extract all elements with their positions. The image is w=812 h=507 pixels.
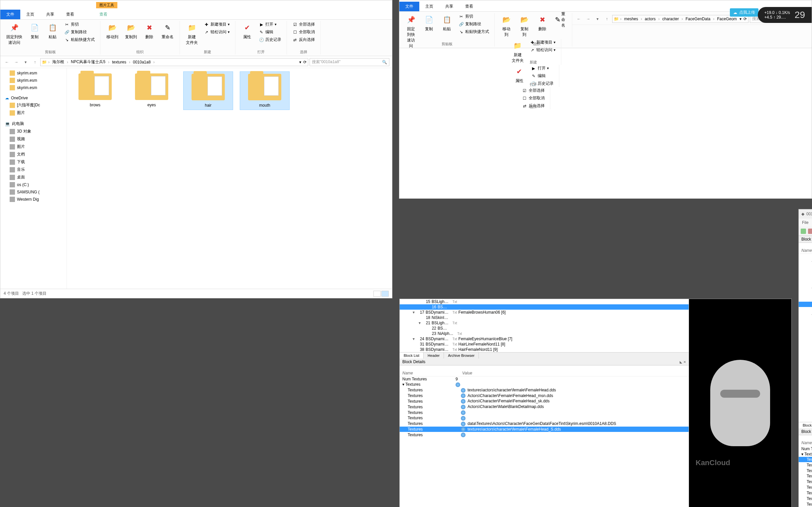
- icons-view-icon[interactable]: [382, 291, 389, 297]
- tree-row[interactable]: 39BSDis…: [799, 291, 812, 296]
- sidebar-item[interactable]: SAMSUNG (: [0, 188, 66, 196]
- tab-share[interactable]: 共享: [40, 10, 60, 19]
- block-tree[interactable]: 15BSLigh…Txt16BS…▾17BSDynami…TxtFemaleBr…: [400, 299, 689, 352]
- new-item-button[interactable]: ✚新建项目 ▾: [202, 21, 232, 28]
- sidebar-item[interactable]: skyrim.esm: [0, 69, 66, 77]
- bc-seg[interactable]: FaceGenData: [684, 17, 712, 21]
- detail-row[interactable]: Textures: [400, 432, 689, 438]
- tree-row[interactable]: 43BS…: [799, 302, 812, 307]
- tree-row[interactable]: 31BSDynami…TxtHairLineFemaleNord11 [8]: [400, 342, 689, 347]
- tree-row[interactable]: 46BSDis…: [799, 318, 812, 323]
- select-none-button[interactable]: ☐全部取消: [290, 29, 317, 36]
- new-item-button[interactable]: ✚新建项目 ▾: [528, 39, 558, 46]
- recent-button[interactable]: ▾: [594, 15, 602, 23]
- move-to-button[interactable]: 📂移动到: [104, 21, 121, 41]
- tree-row[interactable]: ▾24BSDynami…TxtFemaleEyesHumanIceBlue [7…: [400, 336, 689, 342]
- tree-row[interactable]: 18NiSkinI…: [400, 315, 689, 320]
- detail-row[interactable]: TexturesActors\Character\Male\BlankDetai…: [400, 404, 689, 410]
- tree-row[interactable]: 23NiAlph…Txt: [400, 331, 689, 336]
- block-details[interactable]: Num Textures9▾ TexturesTexturestextures\…: [400, 377, 689, 438]
- search-input[interactable]: 搜索"0010a1a8"🔍: [310, 58, 389, 66]
- expand-icon[interactable]: ▾: [811, 260, 812, 264]
- tab-file[interactable]: 文件: [399, 2, 419, 11]
- detail-row[interactable]: TexturesActors\Character\Female\FemaleHe…: [400, 398, 689, 404]
- expand-icon[interactable]: ▾: [811, 286, 812, 291]
- refresh-icon[interactable]: ⟳: [744, 17, 747, 21]
- folder-item[interactable]: brows: [70, 71, 120, 109]
- delete-button[interactable]: ✖删除: [141, 21, 158, 41]
- block-tree[interactable]: 30NiAlph…Txt▾31BSDynami…TxtFemaleMouthHu…: [799, 254, 812, 422]
- copy-button[interactable]: 📄复制: [26, 21, 43, 41]
- bc-seg[interactable]: 0010a1a8: [132, 60, 152, 64]
- refresh-icon[interactable]: ⟳: [303, 60, 307, 64]
- breadcrumb[interactable]: 📁› meshes› actors› character› FaceGenDat…: [612, 15, 749, 23]
- folder-item[interactable]: hair: [183, 71, 233, 110]
- detail-row[interactable]: Textures: [400, 415, 689, 421]
- up-button[interactable]: ↑: [31, 58, 39, 66]
- forward-button[interactable]: →: [12, 58, 20, 66]
- bc-seg[interactable]: meshes: [623, 17, 640, 21]
- detail-row[interactable]: Texturestextures\actors\character\yebin\…: [799, 462, 812, 468]
- up-button[interactable]: ↑: [603, 15, 611, 23]
- bc-seg[interactable]: textures: [111, 60, 128, 64]
- tree-row[interactable]: 16BS…: [400, 304, 689, 309]
- easy-access-button[interactable]: ↗轻松访问 ▾: [528, 47, 558, 54]
- detail-row[interactable]: Texturestextures\actors\character\female…: [400, 427, 689, 432]
- bc-seg[interactable]: 海尔根: [51, 59, 65, 65]
- tree-row[interactable]: ▾35BSLigh…Txt: [799, 270, 812, 275]
- cloud-upload-button[interactable]: ☁点我上传: [730, 8, 758, 17]
- block-details[interactable]: Num Textures9▾ TexturesTexturestextures\…: [799, 446, 812, 507]
- detail-row[interactable]: Textures: [799, 501, 812, 507]
- dropdown-icon[interactable]: ▾: [740, 17, 742, 21]
- select-none-button[interactable]: ☐全部取消: [520, 95, 547, 102]
- recent-button[interactable]: ▾: [21, 58, 30, 66]
- sidebar-item[interactable]: 视频: [0, 135, 66, 143]
- file-area[interactable]: browseyeshairmouth: [67, 68, 392, 289]
- tool-icon[interactable]: [801, 229, 806, 234]
- tab-block-list[interactable]: Block List: [799, 422, 812, 428]
- new-folder-button[interactable]: 📁新建 文件夹: [183, 21, 201, 47]
- detail-row[interactable]: Textures: [400, 410, 689, 415]
- sidebar-item[interactable]: 下载: [0, 158, 66, 166]
- tab-home[interactable]: 主页: [419, 2, 439, 11]
- tree-row[interactable]: ▾31BSDynami…TxtFemaleMouthHumanoidDefaul…: [799, 259, 812, 265]
- tab-header[interactable]: Header: [424, 352, 444, 358]
- viewport-3d[interactable]: KanCloud: [689, 299, 792, 507]
- sidebar-item[interactable]: 文档: [0, 151, 66, 158]
- sidebar-item[interactable]: os (C:): [0, 181, 66, 188]
- tab-archive[interactable]: Archive Browser: [444, 352, 479, 358]
- delete-button[interactable]: ✖删除: [534, 13, 551, 33]
- rename-button[interactable]: ✎重命名: [159, 21, 176, 41]
- expand-icon[interactable]: ▾: [801, 452, 803, 456]
- sidebar-item[interactable]: 图片: [0, 109, 66, 117]
- tree-row[interactable]: 37NiAlph…Txt: [799, 280, 812, 286]
- detail-row[interactable]: Textures: [799, 490, 812, 496]
- tree-row[interactable]: 30NiAlph…Txt: [799, 254, 812, 259]
- details-view-icon[interactable]: [373, 291, 381, 297]
- floating-clock-widget[interactable]: +19.0 ↓ 0.1K/s +4.5 ↑ 29.… 29: [758, 7, 812, 23]
- sidebar-item[interactable]: 图片: [0, 143, 66, 151]
- detail-row[interactable]: TexturesActors\Character\Female\FemaleHe…: [400, 393, 689, 399]
- bc-seg[interactable]: FaceGeom: [716, 17, 738, 21]
- expand-icon[interactable]: ▾: [811, 313, 812, 317]
- detail-row[interactable]: Textures: [799, 473, 812, 479]
- tree-row[interactable]: 32NiSkinI…: [799, 265, 812, 270]
- invert-button[interactable]: ⇄反向选择: [290, 36, 317, 43]
- detail-row[interactable]: Num Textures9: [400, 377, 689, 382]
- tree-row[interactable]: 22BS…: [400, 326, 689, 331]
- paste-shortcut-button[interactable]: ↘粘贴快捷方式: [62, 36, 97, 43]
- sidebar-onedrive[interactable]: ☁OneDrive: [0, 95, 66, 101]
- paste-button[interactable]: 📋粘贴: [439, 13, 455, 33]
- sidebar-item[interactable]: 3D 对象: [0, 127, 66, 135]
- tree-row[interactable]: ▾45BSDynami…TxtFemaleHeadNord [10]: [799, 312, 812, 318]
- properties-button[interactable]: ✔属性: [239, 21, 255, 41]
- tool-icon[interactable]: [808, 229, 812, 234]
- tree-row[interactable]: 36BS…: [799, 275, 812, 280]
- cut-button[interactable]: ✂剪切: [457, 13, 491, 20]
- edit-button[interactable]: ✎编辑: [529, 72, 556, 79]
- tree-row[interactable]: 38BSDynami…TxtHairFemaleNord11 [9]: [400, 347, 689, 352]
- move-to-button[interactable]: 📂移动到: [498, 13, 515, 39]
- tab-view[interactable]: 查看: [459, 2, 479, 11]
- folder-item[interactable]: eyes: [127, 71, 176, 109]
- sidebar-item[interactable]: [六指琴魔]Dc: [0, 101, 66, 109]
